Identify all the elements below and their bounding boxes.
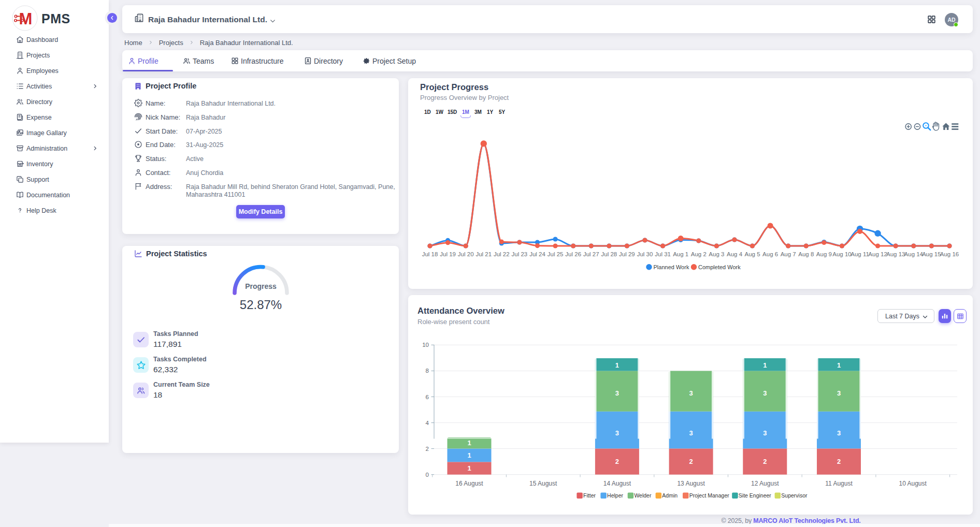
svg-text:0: 0 <box>426 472 429 478</box>
svg-text:3: 3 <box>615 389 619 397</box>
svg-text:Jul 26: Jul 26 <box>565 251 581 257</box>
svg-text:Jul 27: Jul 27 <box>583 251 599 257</box>
svg-text:Aug 3: Aug 3 <box>709 251 724 257</box>
svg-text:Aug 16: Aug 16 <box>940 251 959 257</box>
svg-text:Aug 5: Aug 5 <box>744 251 760 257</box>
svg-text:1: 1 <box>467 451 471 459</box>
svg-text:1: 1 <box>763 361 767 369</box>
svg-text:2: 2 <box>426 446 429 452</box>
svg-text:Project Manager: Project Manager <box>689 492 730 499</box>
svg-text:3: 3 <box>837 429 841 437</box>
svg-text:Aug 15: Aug 15 <box>922 251 941 257</box>
svg-text:Aug 6: Aug 6 <box>762 251 778 257</box>
svg-text:Welder: Welder <box>634 492 652 499</box>
svg-text:2: 2 <box>615 458 619 465</box>
svg-text:15 August: 15 August <box>529 480 557 487</box>
svg-text:Planned Work: Planned Work <box>654 264 689 270</box>
svg-text:16 August: 16 August <box>455 480 483 487</box>
svg-text:Jul 18: Jul 18 <box>422 251 438 257</box>
svg-text:6: 6 <box>426 394 429 400</box>
svg-text:Jul 31: Jul 31 <box>655 251 671 257</box>
svg-text:Aug 14: Aug 14 <box>904 251 924 257</box>
svg-text:Aug 11: Aug 11 <box>851 251 869 257</box>
svg-text:Supervisor: Supervisor <box>781 492 808 499</box>
svg-text:13 August: 13 August <box>677 480 705 487</box>
svg-text:Jul 30: Jul 30 <box>637 251 653 257</box>
svg-text:14 August: 14 August <box>603 480 631 487</box>
svg-text:M: M <box>19 10 33 28</box>
svg-text:Jul 28: Jul 28 <box>601 251 617 257</box>
svg-text:10: 10 <box>422 342 429 348</box>
svg-text:2: 2 <box>689 458 693 465</box>
svg-text:8: 8 <box>426 368 429 374</box>
svg-text:Aug 10: Aug 10 <box>832 251 851 257</box>
svg-text:Aug 8: Aug 8 <box>798 251 814 257</box>
svg-text:Jul 24: Jul 24 <box>529 251 545 257</box>
svg-text:Completed Work: Completed Work <box>698 264 741 270</box>
svg-text:2: 2 <box>763 458 767 465</box>
svg-text:Jul 19: Jul 19 <box>440 251 456 257</box>
svg-text:1: 1 <box>615 361 619 369</box>
svg-text:Helper: Helper <box>607 492 623 499</box>
svg-text:1: 1 <box>467 464 471 472</box>
svg-text:11 August: 11 August <box>825 480 853 487</box>
svg-text:Jul 21: Jul 21 <box>475 251 492 257</box>
svg-text:3: 3 <box>763 429 767 437</box>
svg-text:Site Engineer: Site Engineer <box>739 492 772 499</box>
svg-text:Aug 4: Aug 4 <box>727 251 743 257</box>
svg-text:Aug 12: Aug 12 <box>868 251 887 257</box>
svg-text:Aug 13: Aug 13 <box>886 251 905 257</box>
svg-text:12 August: 12 August <box>751 480 779 487</box>
svg-text:3: 3 <box>689 389 693 397</box>
svg-text:Aug 2: Aug 2 <box>691 251 707 257</box>
svg-text:Aug 1: Aug 1 <box>673 251 688 257</box>
svg-text:1: 1 <box>467 439 471 447</box>
svg-text:2: 2 <box>837 458 841 465</box>
svg-text:4: 4 <box>426 420 429 426</box>
svg-text:Jul 29: Jul 29 <box>619 251 635 257</box>
svg-text:1: 1 <box>837 361 841 369</box>
svg-text:Aug 9: Aug 9 <box>816 251 832 257</box>
svg-text:3: 3 <box>837 389 841 397</box>
svg-text:Aug 7: Aug 7 <box>781 251 796 257</box>
svg-text:10 August: 10 August <box>899 480 927 487</box>
svg-text:Admin: Admin <box>662 492 678 499</box>
svg-text:Fitter: Fitter <box>583 492 596 499</box>
svg-text:Jul 22: Jul 22 <box>494 251 510 257</box>
svg-text:3: 3 <box>763 389 767 397</box>
svg-text:3: 3 <box>615 429 619 437</box>
svg-text:3: 3 <box>689 429 693 437</box>
svg-text:Jul 20: Jul 20 <box>458 251 474 257</box>
svg-text:Jul 25: Jul 25 <box>547 251 564 257</box>
svg-text:Jul 23: Jul 23 <box>512 251 528 257</box>
